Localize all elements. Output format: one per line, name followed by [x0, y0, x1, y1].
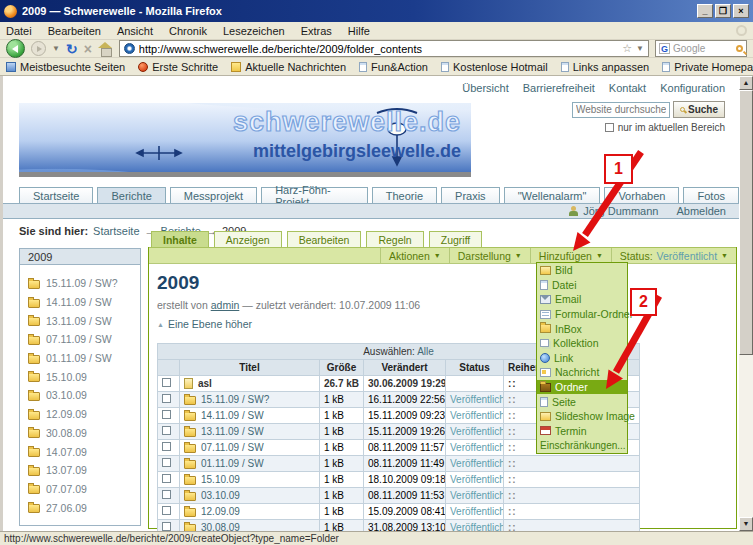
item-title-link[interactable]: 30.08.09: [201, 522, 240, 531]
sidebar-item[interactable]: 12.09.09: [28, 405, 134, 424]
row-checkbox[interactable]: [162, 458, 171, 467]
item-order-handle[interactable]: ::: [504, 504, 640, 520]
item-title-link[interactable]: 12.09.09: [201, 506, 240, 517]
scrollbar-thumb[interactable]: [739, 90, 753, 355]
forward-button[interactable]: [31, 41, 46, 56]
bookmark-item[interactable]: Kostenlose Hotmail: [441, 61, 548, 73]
sidebar-item[interactable]: 07.11.09 / SW: [28, 330, 134, 349]
scroll-down-button[interactable]: ▼: [739, 517, 753, 531]
item-title-link[interactable]: 07.11.09 / SW: [201, 442, 264, 453]
sidebar-item[interactable]: 03.10.09: [28, 386, 134, 405]
select-all-link[interactable]: Alle: [417, 346, 434, 357]
restore-button[interactable]: ❐: [715, 4, 731, 18]
author-link[interactable]: admin: [211, 299, 240, 311]
site-link-kontakt[interactable]: Kontakt: [609, 82, 646, 94]
bookmark-star-icon[interactable]: ☆: [622, 42, 632, 55]
bookmark-item[interactable]: Private Homepage: [662, 61, 753, 73]
row-checkbox[interactable]: [162, 426, 171, 435]
site-link-barrierefreiheit[interactable]: Barrierefreiheit: [523, 82, 595, 94]
tab-wellenalarm[interactable]: "Wellenalarm": [504, 187, 601, 203]
item-order-handle[interactable]: ::: [504, 472, 640, 488]
menubar-item-extras[interactable]: Extras: [301, 25, 332, 37]
menubar-item-hilfe[interactable]: Hilfe: [348, 25, 370, 37]
row-checkbox[interactable]: [162, 442, 171, 451]
site-link-konfiguration[interactable]: Konfiguration: [660, 82, 725, 94]
add-menu-item-datei[interactable]: Datei: [537, 278, 627, 293]
add-menu-item-link[interactable]: Link: [537, 351, 627, 366]
tab-theorie[interactable]: Theorie: [372, 187, 437, 203]
item-title-link[interactable]: 15.11.09 / SW?: [201, 394, 269, 405]
bookmark-item[interactable]: Fun&Action: [359, 61, 428, 73]
url-bar[interactable]: http://www.schwerewelle.de/berichte/2009…: [119, 40, 649, 57]
sidebar-item[interactable]: 01.11.09 / SW: [28, 349, 134, 368]
menubar-item-datei[interactable]: Datei: [6, 25, 32, 37]
google-search-box[interactable]: G Google: [655, 40, 747, 57]
item-order-handle[interactable]: ::: [504, 488, 640, 504]
menubar-item-bearbeiten[interactable]: Bearbeiten: [48, 25, 101, 37]
item-title-link[interactable]: 01.11.09 / SW: [201, 458, 264, 469]
up-one-level-link[interactable]: ▲ Eine Ebene höher: [157, 318, 728, 330]
sidebar-item[interactable]: 13.07.09: [28, 461, 134, 480]
item-title-link[interactable]: 14.11.09 / SW: [201, 410, 264, 421]
sidebar-item[interactable]: 14.11.09 / SW: [28, 293, 134, 312]
tab-vorhaben[interactable]: Vorhaben: [604, 187, 679, 203]
row-checkbox[interactable]: [162, 522, 171, 531]
bookmark-item[interactable]: Erste Schritte: [138, 61, 218, 73]
site-link-übersicht[interactable]: Übersicht: [462, 82, 508, 94]
stop-button[interactable]: ×: [84, 42, 92, 56]
home-button[interactable]: [98, 42, 113, 55]
bookmark-item[interactable]: Links anpassen: [561, 61, 649, 73]
item-title-link[interactable]: 03.10.09: [201, 490, 240, 501]
tab-harzfhnprojekt[interactable]: Harz-Föhn-Projekt: [261, 187, 368, 203]
add-menu-item-formularordner[interactable]: Formular-Ordner: [537, 307, 627, 322]
content-tab-inhalte[interactable]: Inhalte: [151, 231, 209, 247]
google-search-placeholder[interactable]: Google: [673, 43, 733, 54]
row-checkbox[interactable]: [162, 474, 171, 483]
logout-link[interactable]: Abmelden: [676, 205, 726, 217]
add-menu-item-seite[interactable]: Seite: [537, 394, 627, 409]
sidebar-item[interactable]: 14.07.09: [28, 442, 134, 461]
item-title-link[interactable]: 13.11.09 / SW: [201, 426, 264, 437]
minimize-button[interactable]: _: [697, 4, 713, 18]
menubar-item-chronik[interactable]: Chronik: [169, 25, 207, 37]
item-order-handle[interactable]: ::: [504, 520, 640, 532]
menu-status[interactable]: Status:Veröffentlicht▼: [611, 248, 736, 263]
url-dropdown-icon[interactable]: ▼: [636, 44, 644, 53]
site-search-input[interactable]: [572, 102, 670, 118]
add-menu-item-bild[interactable]: Bild: [537, 263, 627, 278]
tab-startseite[interactable]: Startseite: [19, 187, 93, 203]
add-menu-item-kollektion[interactable]: Kollektion: [537, 336, 627, 351]
tab-praxis[interactable]: Praxis: [441, 187, 500, 203]
add-menu-item-termin[interactable]: Termin: [537, 424, 627, 439]
user-name-link[interactable]: Jörg Dummann: [583, 205, 658, 217]
menu-darstellung[interactable]: Darstellung▼: [449, 248, 530, 263]
reload-button[interactable]: ↻: [66, 42, 78, 56]
search-magnifier-icon[interactable]: [736, 45, 743, 52]
add-menu-item-email[interactable]: Email: [537, 292, 627, 307]
item-title-link[interactable]: asl: [198, 378, 212, 389]
breadcrumb-link[interactable]: Startseite: [93, 225, 139, 237]
tab-messprojekt[interactable]: Messprojekt: [170, 187, 257, 203]
sidebar-item[interactable]: 15.11.09 / SW?: [28, 274, 134, 293]
menu-hinzufügen[interactable]: Hinzufügen▼: [530, 248, 611, 263]
sidebar-item[interactable]: 15.10.09: [28, 367, 134, 386]
row-checkbox[interactable]: [162, 410, 171, 419]
content-tab-zugriff[interactable]: Zugriff: [429, 231, 483, 247]
content-tab-bearbeiten[interactable]: Bearbeiten: [287, 231, 362, 247]
bookmark-item[interactable]: Meistbesuchte Seiten: [6, 61, 125, 73]
site-search-button[interactable]: Suche: [673, 101, 725, 118]
history-dropdown-icon[interactable]: ▼: [52, 44, 60, 53]
add-menu-item-ordner[interactable]: Ordner: [537, 380, 627, 395]
tab-fotos[interactable]: Fotos: [683, 187, 739, 203]
close-button[interactable]: ×: [733, 4, 749, 18]
back-button[interactable]: [6, 39, 25, 58]
row-checkbox[interactable]: [162, 394, 171, 403]
vertical-scrollbar[interactable]: ▲ ▼: [739, 76, 753, 531]
tab-berichte[interactable]: Berichte: [97, 187, 165, 203]
row-checkbox[interactable]: [162, 506, 171, 515]
content-tab-regeln[interactable]: Regeln: [366, 231, 423, 247]
bookmark-item[interactable]: Aktuelle Nachrichten: [231, 61, 346, 73]
scroll-up-button[interactable]: ▲: [739, 76, 753, 90]
row-checkbox[interactable]: [162, 378, 171, 387]
current-section-checkbox[interactable]: [605, 123, 614, 132]
